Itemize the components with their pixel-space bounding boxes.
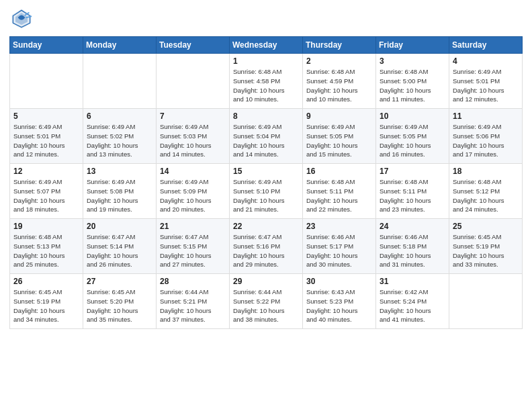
day-info: Sunrise: 6:49 AM Sunset: 5:03 PM Dayligh… [160,122,226,159]
day-info: Sunrise: 6:47 AM Sunset: 5:15 PM Dayligh… [160,232,226,269]
day-cell: 22Sunrise: 6:47 AM Sunset: 5:16 PM Dayli… [230,219,303,274]
day-cell: 26Sunrise: 6:45 AM Sunset: 5:19 PM Dayli… [10,274,83,329]
day-cell: 9Sunrise: 6:49 AM Sunset: 5:05 PM Daylig… [303,109,376,164]
day-info: Sunrise: 6:48 AM Sunset: 5:12 PM Dayligh… [453,177,519,214]
day-cell: 2Sunrise: 6:48 AM Sunset: 4:59 PM Daylig… [303,54,376,109]
day-cell: 11Sunrise: 6:49 AM Sunset: 5:06 PM Dayli… [449,109,523,164]
day-number: 2 [306,56,372,66]
day-info: Sunrise: 6:48 AM Sunset: 4:59 PM Dayligh… [306,67,372,104]
header [9,7,523,31]
day-cell [449,274,523,329]
day-cell: 4Sunrise: 6:49 AM Sunset: 5:01 PM Daylig… [449,54,523,109]
day-number: 18 [453,167,519,176]
week-row-4: 19Sunrise: 6:48 AM Sunset: 5:13 PM Dayli… [10,219,523,274]
day-number: 7 [160,111,226,121]
day-number: 24 [380,222,445,231]
day-info: Sunrise: 6:48 AM Sunset: 4:58 PM Dayligh… [233,67,299,104]
day-cell: 19Sunrise: 6:48 AM Sunset: 5:13 PM Dayli… [10,219,83,274]
day-number: 20 [87,222,152,231]
week-row-2: 5Sunrise: 6:49 AM Sunset: 5:01 PM Daylig… [10,109,523,164]
day-info: Sunrise: 6:49 AM Sunset: 5:01 PM Dayligh… [453,67,519,104]
day-info: Sunrise: 6:42 AM Sunset: 5:24 PM Dayligh… [380,287,445,324]
day-info: Sunrise: 6:47 AM Sunset: 5:14 PM Dayligh… [87,232,152,269]
day-info: Sunrise: 6:48 AM Sunset: 5:11 PM Dayligh… [380,177,445,214]
day-number: 11 [453,111,519,121]
week-row-5: 26Sunrise: 6:45 AM Sunset: 5:19 PM Dayli… [10,274,523,329]
day-info: Sunrise: 6:45 AM Sunset: 5:19 PM Dayligh… [13,287,79,324]
day-cell: 6Sunrise: 6:49 AM Sunset: 5:02 PM Daylig… [83,109,157,164]
day-number: 17 [380,167,445,176]
day-cell: 12Sunrise: 6:49 AM Sunset: 5:07 PM Dayli… [10,164,83,219]
weekday-tuesday: Tuesday [157,37,230,54]
day-number: 27 [87,277,152,286]
day-number: 4 [453,56,519,66]
day-number: 12 [13,167,79,176]
day-number: 13 [87,167,152,176]
day-info: Sunrise: 6:44 AM Sunset: 5:22 PM Dayligh… [233,287,299,324]
calendar-table: SundayMondayTuesdayWednesdayThursdayFrid… [9,36,523,329]
day-number: 5 [13,111,79,121]
day-info: Sunrise: 6:49 AM Sunset: 5:06 PM Dayligh… [453,122,519,159]
day-number: 21 [160,222,226,231]
logo [9,7,36,31]
day-info: Sunrise: 6:49 AM Sunset: 5:04 PM Dayligh… [233,122,299,159]
day-number: 9 [306,111,372,121]
day-info: Sunrise: 6:48 AM Sunset: 5:13 PM Dayligh… [13,232,79,269]
day-info: Sunrise: 6:49 AM Sunset: 5:02 PM Dayligh… [87,122,152,159]
day-info: Sunrise: 6:49 AM Sunset: 5:05 PM Dayligh… [306,122,372,159]
day-cell: 28Sunrise: 6:44 AM Sunset: 5:21 PM Dayli… [157,274,230,329]
day-cell: 31Sunrise: 6:42 AM Sunset: 5:24 PM Dayli… [376,274,449,329]
day-number: 19 [13,222,79,231]
day-info: Sunrise: 6:46 AM Sunset: 5:18 PM Dayligh… [380,232,445,269]
day-info: Sunrise: 6:49 AM Sunset: 5:07 PM Dayligh… [13,177,79,214]
day-info: Sunrise: 6:49 AM Sunset: 5:01 PM Dayligh… [13,122,79,159]
day-info: Sunrise: 6:48 AM Sunset: 5:11 PM Dayligh… [306,177,372,214]
day-cell: 30Sunrise: 6:43 AM Sunset: 5:23 PM Dayli… [303,274,376,329]
day-info: Sunrise: 6:43 AM Sunset: 5:23 PM Dayligh… [306,287,372,324]
day-number: 26 [13,277,79,286]
day-cell: 15Sunrise: 6:49 AM Sunset: 5:10 PM Dayli… [230,164,303,219]
day-cell: 25Sunrise: 6:45 AM Sunset: 5:19 PM Dayli… [449,219,523,274]
logo-icon [9,7,34,31]
day-info: Sunrise: 6:49 AM Sunset: 5:05 PM Dayligh… [380,122,445,159]
day-cell: 7Sunrise: 6:49 AM Sunset: 5:03 PM Daylig… [157,109,230,164]
weekday-thursday: Thursday [303,37,376,54]
day-cell: 29Sunrise: 6:44 AM Sunset: 5:22 PM Dayli… [230,274,303,329]
weekday-header-row: SundayMondayTuesdayWednesdayThursdayFrid… [10,37,523,54]
day-cell: 18Sunrise: 6:48 AM Sunset: 5:12 PM Dayli… [449,164,523,219]
day-cell: 5Sunrise: 6:49 AM Sunset: 5:01 PM Daylig… [10,109,83,164]
day-cell [83,54,157,109]
day-info: Sunrise: 6:49 AM Sunset: 5:10 PM Dayligh… [233,177,299,214]
page: SundayMondayTuesdayWednesdayThursdayFrid… [0,0,532,411]
day-cell: 10Sunrise: 6:49 AM Sunset: 5:05 PM Dayli… [376,109,449,164]
weekday-wednesday: Wednesday [230,37,303,54]
day-number: 8 [233,111,299,121]
weekday-monday: Monday [83,37,157,54]
day-cell: 24Sunrise: 6:46 AM Sunset: 5:18 PM Dayli… [376,219,449,274]
day-number: 3 [380,56,445,66]
day-cell: 20Sunrise: 6:47 AM Sunset: 5:14 PM Dayli… [83,219,157,274]
day-number: 10 [380,111,445,121]
day-cell [157,54,230,109]
day-info: Sunrise: 6:49 AM Sunset: 5:08 PM Dayligh… [87,177,152,214]
day-number: 22 [233,222,299,231]
day-number: 31 [380,277,445,286]
day-number: 28 [160,277,226,286]
day-cell: 13Sunrise: 6:49 AM Sunset: 5:08 PM Dayli… [83,164,157,219]
day-number: 30 [306,277,372,286]
day-info: Sunrise: 6:47 AM Sunset: 5:16 PM Dayligh… [233,232,299,269]
week-row-1: 1Sunrise: 6:48 AM Sunset: 4:58 PM Daylig… [10,54,523,109]
day-info: Sunrise: 6:44 AM Sunset: 5:21 PM Dayligh… [160,287,226,324]
day-cell: 23Sunrise: 6:46 AM Sunset: 5:17 PM Dayli… [303,219,376,274]
day-info: Sunrise: 6:48 AM Sunset: 5:00 PM Dayligh… [380,67,445,104]
day-number: 25 [453,222,519,231]
day-number: 23 [306,222,372,231]
day-info: Sunrise: 6:45 AM Sunset: 5:19 PM Dayligh… [453,232,519,269]
day-info: Sunrise: 6:46 AM Sunset: 5:17 PM Dayligh… [306,232,372,269]
day-cell: 17Sunrise: 6:48 AM Sunset: 5:11 PM Dayli… [376,164,449,219]
day-cell: 3Sunrise: 6:48 AM Sunset: 5:00 PM Daylig… [376,54,449,109]
day-info: Sunrise: 6:49 AM Sunset: 5:09 PM Dayligh… [160,177,226,214]
day-number: 14 [160,167,226,176]
day-info: Sunrise: 6:45 AM Sunset: 5:20 PM Dayligh… [87,287,152,324]
weekday-saturday: Saturday [449,37,523,54]
